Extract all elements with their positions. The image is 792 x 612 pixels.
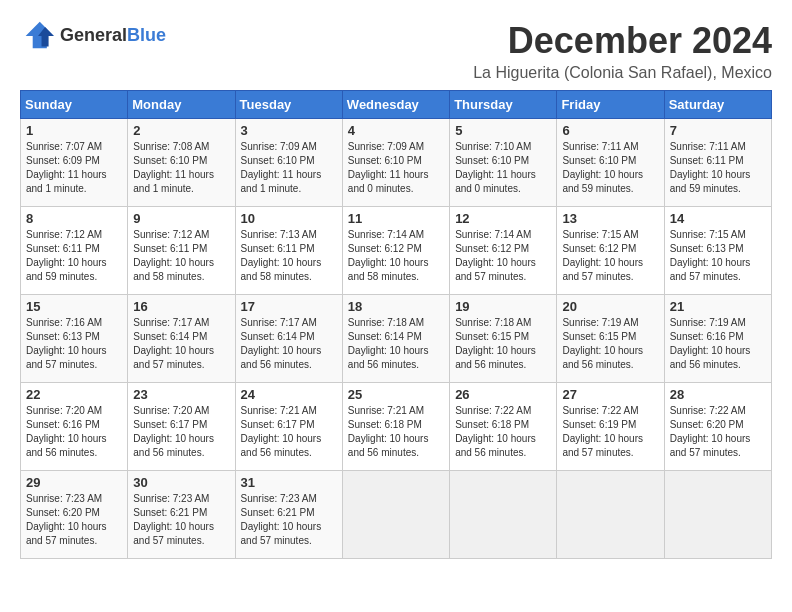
day-info: Sunrise: 7:11 AM Sunset: 6:10 PM Dayligh…	[562, 140, 658, 196]
weekday-header-sunday: Sunday	[21, 91, 128, 119]
calendar-week-2: 8 Sunrise: 7:12 AM Sunset: 6:11 PM Dayli…	[21, 207, 772, 295]
sunset-label: Sunset: 6:10 PM	[348, 155, 422, 166]
day-info: Sunrise: 7:09 AM Sunset: 6:10 PM Dayligh…	[241, 140, 337, 196]
daylight-label: Daylight: 10 hours and 57 minutes.	[133, 345, 214, 370]
daylight-label: Daylight: 10 hours and 56 minutes.	[670, 345, 751, 370]
sunset-label: Sunset: 6:11 PM	[241, 243, 315, 254]
sunrise-label: Sunrise: 7:19 AM	[562, 317, 638, 328]
logo: GeneralBlue	[20, 20, 166, 50]
calendar-cell: 14 Sunrise: 7:15 AM Sunset: 6:13 PM Dayl…	[664, 207, 771, 295]
calendar-cell: 27 Sunrise: 7:22 AM Sunset: 6:19 PM Dayl…	[557, 383, 664, 471]
sunset-label: Sunset: 6:19 PM	[562, 419, 636, 430]
day-info: Sunrise: 7:23 AM Sunset: 6:21 PM Dayligh…	[133, 492, 229, 548]
sunset-label: Sunset: 6:11 PM	[133, 243, 207, 254]
day-info: Sunrise: 7:10 AM Sunset: 6:10 PM Dayligh…	[455, 140, 551, 196]
daylight-label: Daylight: 10 hours and 56 minutes.	[455, 345, 536, 370]
daylight-label: Daylight: 10 hours and 59 minutes.	[670, 169, 751, 194]
sunset-label: Sunset: 6:15 PM	[562, 331, 636, 342]
weekday-header-monday: Monday	[128, 91, 235, 119]
sunrise-label: Sunrise: 7:16 AM	[26, 317, 102, 328]
sunrise-label: Sunrise: 7:18 AM	[348, 317, 424, 328]
day-info: Sunrise: 7:15 AM Sunset: 6:12 PM Dayligh…	[562, 228, 658, 284]
sunrise-label: Sunrise: 7:17 AM	[241, 317, 317, 328]
sunset-label: Sunset: 6:13 PM	[26, 331, 100, 342]
day-info: Sunrise: 7:12 AM Sunset: 6:11 PM Dayligh…	[26, 228, 122, 284]
sunset-label: Sunset: 6:17 PM	[133, 419, 207, 430]
day-number: 21	[670, 299, 766, 314]
sunset-label: Sunset: 6:14 PM	[133, 331, 207, 342]
sunset-label: Sunset: 6:20 PM	[670, 419, 744, 430]
daylight-label: Daylight: 10 hours and 57 minutes.	[26, 345, 107, 370]
weekday-header-wednesday: Wednesday	[342, 91, 449, 119]
daylight-label: Daylight: 10 hours and 57 minutes.	[241, 521, 322, 546]
sunset-label: Sunset: 6:16 PM	[670, 331, 744, 342]
sunrise-label: Sunrise: 7:15 AM	[562, 229, 638, 240]
day-info: Sunrise: 7:19 AM Sunset: 6:16 PM Dayligh…	[670, 316, 766, 372]
weekday-header-friday: Friday	[557, 91, 664, 119]
sunset-label: Sunset: 6:16 PM	[26, 419, 100, 430]
calendar-cell: 23 Sunrise: 7:20 AM Sunset: 6:17 PM Dayl…	[128, 383, 235, 471]
day-number: 2	[133, 123, 229, 138]
sunrise-label: Sunrise: 7:15 AM	[670, 229, 746, 240]
weekday-header-thursday: Thursday	[450, 91, 557, 119]
daylight-label: Daylight: 10 hours and 56 minutes.	[241, 345, 322, 370]
sunset-label: Sunset: 6:12 PM	[348, 243, 422, 254]
day-number: 8	[26, 211, 122, 226]
day-info: Sunrise: 7:20 AM Sunset: 6:16 PM Dayligh…	[26, 404, 122, 460]
day-info: Sunrise: 7:13 AM Sunset: 6:11 PM Dayligh…	[241, 228, 337, 284]
day-info: Sunrise: 7:20 AM Sunset: 6:17 PM Dayligh…	[133, 404, 229, 460]
title-area: December 2024 La Higuerita (Colonia San …	[473, 20, 772, 82]
sunrise-label: Sunrise: 7:19 AM	[670, 317, 746, 328]
day-number: 19	[455, 299, 551, 314]
sunset-label: Sunset: 6:12 PM	[455, 243, 529, 254]
sunrise-label: Sunrise: 7:20 AM	[133, 405, 209, 416]
day-number: 18	[348, 299, 444, 314]
day-number: 15	[26, 299, 122, 314]
day-number: 22	[26, 387, 122, 402]
day-info: Sunrise: 7:19 AM Sunset: 6:15 PM Dayligh…	[562, 316, 658, 372]
sunset-label: Sunset: 6:14 PM	[348, 331, 422, 342]
day-info: Sunrise: 7:17 AM Sunset: 6:14 PM Dayligh…	[133, 316, 229, 372]
day-number: 27	[562, 387, 658, 402]
day-number: 1	[26, 123, 122, 138]
sunset-label: Sunset: 6:11 PM	[26, 243, 100, 254]
weekday-header-tuesday: Tuesday	[235, 91, 342, 119]
calendar-cell	[342, 471, 449, 559]
sunrise-label: Sunrise: 7:14 AM	[455, 229, 531, 240]
sunset-label: Sunset: 6:15 PM	[455, 331, 529, 342]
day-number: 28	[670, 387, 766, 402]
calendar-table: SundayMondayTuesdayWednesdayThursdayFrid…	[20, 90, 772, 559]
day-number: 7	[670, 123, 766, 138]
day-info: Sunrise: 7:16 AM Sunset: 6:13 PM Dayligh…	[26, 316, 122, 372]
day-info: Sunrise: 7:18 AM Sunset: 6:15 PM Dayligh…	[455, 316, 551, 372]
daylight-label: Daylight: 11 hours and 1 minute.	[26, 169, 107, 194]
day-info: Sunrise: 7:21 AM Sunset: 6:18 PM Dayligh…	[348, 404, 444, 460]
calendar-cell: 8 Sunrise: 7:12 AM Sunset: 6:11 PM Dayli…	[21, 207, 128, 295]
day-number: 16	[133, 299, 229, 314]
day-info: Sunrise: 7:09 AM Sunset: 6:10 PM Dayligh…	[348, 140, 444, 196]
daylight-label: Daylight: 10 hours and 57 minutes.	[26, 521, 107, 546]
daylight-label: Daylight: 10 hours and 59 minutes.	[562, 169, 643, 194]
daylight-label: Daylight: 10 hours and 57 minutes.	[670, 433, 751, 458]
logo-general: General	[60, 25, 127, 45]
calendar-cell: 21 Sunrise: 7:19 AM Sunset: 6:16 PM Dayl…	[664, 295, 771, 383]
sunrise-label: Sunrise: 7:12 AM	[26, 229, 102, 240]
sunset-label: Sunset: 6:18 PM	[348, 419, 422, 430]
sunrise-label: Sunrise: 7:13 AM	[241, 229, 317, 240]
sunset-label: Sunset: 6:09 PM	[26, 155, 100, 166]
daylight-label: Daylight: 10 hours and 59 minutes.	[26, 257, 107, 282]
sunrise-label: Sunrise: 7:09 AM	[348, 141, 424, 152]
weekday-header-row: SundayMondayTuesdayWednesdayThursdayFrid…	[21, 91, 772, 119]
calendar-week-4: 22 Sunrise: 7:20 AM Sunset: 6:16 PM Dayl…	[21, 383, 772, 471]
calendar-cell: 12 Sunrise: 7:14 AM Sunset: 6:12 PM Dayl…	[450, 207, 557, 295]
sunset-label: Sunset: 6:14 PM	[241, 331, 315, 342]
daylight-label: Daylight: 10 hours and 56 minutes.	[348, 345, 429, 370]
day-info: Sunrise: 7:08 AM Sunset: 6:10 PM Dayligh…	[133, 140, 229, 196]
day-info: Sunrise: 7:22 AM Sunset: 6:19 PM Dayligh…	[562, 404, 658, 460]
sunrise-label: Sunrise: 7:18 AM	[455, 317, 531, 328]
logo-icon	[20, 20, 56, 50]
sunrise-label: Sunrise: 7:22 AM	[670, 405, 746, 416]
daylight-label: Daylight: 10 hours and 57 minutes.	[562, 257, 643, 282]
daylight-label: Daylight: 10 hours and 56 minutes.	[455, 433, 536, 458]
calendar-cell: 3 Sunrise: 7:09 AM Sunset: 6:10 PM Dayli…	[235, 119, 342, 207]
